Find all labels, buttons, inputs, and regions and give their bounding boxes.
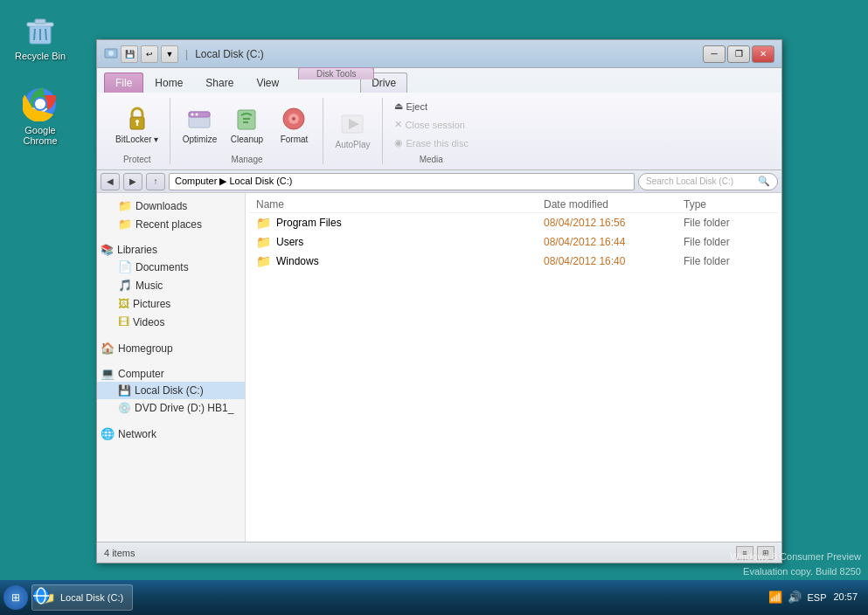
search-bar[interactable]: Search Local Disk (C:) 🔍 [638, 173, 778, 190]
autoplay-button[interactable]: AutoPlay [330, 106, 374, 154]
ribbon-group-manage: Optimize Cleanup [170, 98, 323, 164]
sidebar-section-computer[interactable]: 💻 Computer [97, 363, 245, 382]
svg-point-9 [35, 99, 45, 109]
status-bar: 4 items ≡ ⊞ [97, 542, 781, 563]
start-button[interactable]: ⊞ [3, 585, 28, 610]
sidebar-item-documents[interactable]: 📄 Documents [97, 258, 245, 276]
sidebar-section-network[interactable]: 🌐 Network [97, 424, 245, 442]
ribbon: Disk Tools File Home Share View Drive [97, 68, 781, 170]
forward-button[interactable]: ▶ [123, 173, 142, 190]
cleanup-icon [233, 105, 260, 133]
documents-icon: 📄 [118, 260, 132, 273]
optimize-button[interactable]: Optimize [177, 100, 221, 149]
cleanup-button[interactable]: Cleanup [225, 100, 268, 149]
watermark-line1: Windows 8 Consumer Preview [730, 549, 861, 564]
file-list-header: Name Date modified Type [249, 197, 778, 213]
watermark: Windows 8 Consumer Preview Evaluation co… [730, 549, 861, 578]
ribbon-group-autoplay: AutoPlay [323, 98, 382, 164]
file-name-program-files: 📁 Program Files [256, 216, 544, 230]
erase-disc-button[interactable]: ◉ Erase this disc [390, 135, 474, 151]
dvd-drive-label: DVD Drive (D:) HB1_ [135, 402, 233, 414]
music-label: Music [135, 280, 163, 292]
tab-home[interactable]: Home [143, 73, 194, 93]
clock[interactable]: 20:57 [833, 591, 858, 604]
svg-point-24 [292, 117, 295, 121]
close-session-icon: ✕ [394, 119, 402, 130]
sidebar-item-downloads[interactable]: 📁 Downloads [97, 197, 245, 215]
computer-icon: 💻 [101, 367, 115, 380]
google-chrome-icon[interactable]: Google Chrome [9, 83, 72, 149]
table-row[interactable]: 📁 Windows 08/04/2012 16:40 File folder [249, 252, 778, 271]
tab-view[interactable]: View [245, 73, 290, 93]
sidebar: 📁 Downloads 📁 Recent places 📚 Libraries … [97, 193, 246, 542]
undo-qa-btn[interactable]: ↩ [141, 45, 158, 63]
file-date-1: 08/04/2012 16:56 [544, 217, 684, 229]
recycle-bin-graphic [23, 12, 58, 47]
cleanup-label: Cleanup [231, 135, 263, 144]
ie-taskbar-icon[interactable] [31, 586, 51, 608]
sidebar-item-local-disk-c[interactable]: 💾 Local Disk (C:) [97, 382, 245, 399]
protect-group-label: Protect [123, 151, 151, 164]
media-items: ⏏ Eject ✕ Close session ◉ Erase this dis… [390, 98, 474, 151]
restore-button[interactable]: ❐ [727, 45, 750, 63]
dvd-drive-icon: 💿 [118, 402, 131, 414]
erase-disc-icon: ◉ [394, 137, 403, 149]
minimize-button[interactable]: ─ [703, 45, 726, 63]
eject-label: Eject [406, 101, 427, 112]
eject-button[interactable]: ⏏ Eject [390, 98, 474, 114]
format-button[interactable]: Format [272, 100, 316, 149]
sidebar-section-libraries[interactable]: 📚 Libraries [97, 240, 245, 258]
items-count: 4 items [104, 548, 135, 558]
qa-dropdown[interactable]: ▼ [161, 45, 178, 63]
close-button[interactable]: ✕ [752, 45, 774, 63]
music-icon: 🎵 [118, 279, 132, 292]
title-bar-left: 💾 ↩ ▼ | Local Disk (C:) [104, 45, 264, 63]
tab-file[interactable]: File [104, 73, 143, 93]
bitlocker-label: BitLocker ▾ [115, 135, 158, 144]
save-qa-btn[interactable]: 💾 [121, 45, 138, 63]
table-row[interactable]: 📁 Users 08/04/2012 16:44 File folder [249, 232, 778, 252]
back-button[interactable]: ◀ [101, 173, 120, 190]
folder-icon-3: 📁 [256, 254, 271, 268]
manage-group-label: Manage [231, 151, 262, 164]
table-row[interactable]: 📁 Program Files 08/04/2012 16:56 File fo… [249, 213, 778, 232]
sidebar-section-homegroup[interactable]: 🏠 Homegroup [97, 338, 245, 356]
tab-share[interactable]: Share [194, 73, 245, 93]
protect-items: BitLocker ▾ [111, 98, 163, 151]
autoplay-items: AutoPlay [330, 98, 374, 161]
sidebar-item-recent-places[interactable]: 📁 Recent places [97, 215, 245, 233]
language-label: ESP [807, 592, 826, 603]
format-icon [280, 105, 308, 133]
time-display: 20:57 [833, 591, 858, 604]
start-orb-icon: ⊞ [11, 591, 20, 604]
ribbon-tabs: File Home Share View Drive [97, 68, 781, 93]
sidebar-item-dvd-drive[interactable]: 💿 DVD Drive (D:) HB1_ [97, 399, 245, 417]
libraries-expand-icon: 📚 [101, 244, 114, 256]
libraries-label: Libraries [117, 244, 157, 256]
window-title: Local Disk (C:) [195, 48, 264, 60]
optimize-icon [185, 105, 213, 133]
up-button[interactable]: ↑ [146, 173, 165, 190]
bitlocker-button[interactable]: BitLocker ▾ [111, 100, 163, 149]
chrome-graphic [23, 86, 58, 121]
close-session-button[interactable]: ✕ Close session [390, 116, 474, 133]
svg-line-5 [45, 29, 46, 40]
downloads-icon: 📁 [118, 199, 132, 212]
sidebar-item-videos[interactable]: 🎞 Videos [97, 313, 245, 331]
search-placeholder: Search Local Disk (C:) [646, 176, 733, 186]
quick-access-toolbar: 💾 ↩ ▼ [104, 45, 178, 63]
col-type: Type [684, 198, 771, 211]
file-type-3: File folder [684, 255, 771, 267]
recycle-bin-icon[interactable]: Recycle Bin [9, 9, 72, 65]
address-bar[interactable]: Computer ▶ Local Disk (C:) [169, 173, 635, 190]
col-date: Date modified [544, 198, 684, 211]
sidebar-item-pictures[interactable]: 🖼 Pictures [97, 294, 245, 313]
file-type-1: File folder [684, 217, 771, 229]
pictures-label: Pictures [133, 298, 170, 310]
autoplay-label: AutoPlay [335, 140, 370, 149]
svg-point-17 [191, 114, 194, 116]
sidebar-item-music[interactable]: 🎵 Music [97, 276, 245, 294]
network-label: Network [118, 428, 156, 440]
svg-point-18 [196, 114, 198, 116]
col-name: Name [256, 198, 544, 211]
